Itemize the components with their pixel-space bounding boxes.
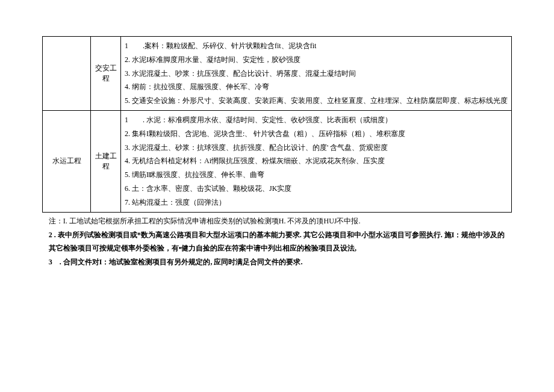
note-2: 2 . 表中所列试验检测项目或*数为高速公路项目和大型水运项口的基本能力要求. … xyxy=(42,229,512,255)
item-line: 4. 无机结合料植定材料：Ai惘限抗压强度、粉煤灰细嵌、水泥或花灰剂杂、压实度 xyxy=(125,154,508,168)
item-line: 7. 站构混凝土：强度（回弹法） xyxy=(125,196,508,210)
table-row: 交安工程 1 .案料：颗粒级配、乐碎仪、针片状颗粒含fit、泥块含fit 2. … xyxy=(43,37,512,111)
item-line: 3. 水泥混凝土、砂浆：抗球强度、抗折强度、配合比设计、的度' 含气盘、货观密度 xyxy=(125,141,508,155)
cell-text: 水运工程 xyxy=(43,154,90,169)
item-line: 4. 纲前：抗拉强度、屈服强度、伸长军、冷弯 xyxy=(125,80,508,94)
cell-text xyxy=(43,71,90,76)
item-line: 5. 绸筋I眯服强度、抗拉强度、伸长率、曲弯 xyxy=(125,168,508,182)
cell-text: 交安工程 xyxy=(91,61,120,86)
note-1: 注：I. 工地试始宅根据所承担工程的实际情况申请相应类别的试验检测项H. 不涔及… xyxy=(42,215,512,228)
cell-subcategory-1: 交安工程 xyxy=(91,37,121,111)
cell-items-1: 1 .案料：颗粒级配、乐碎仪、针片状颗粒含fit、泥块含fit 2. 水泥I标准… xyxy=(121,37,512,111)
cell-items-2: 1 . 水泥：标准稠度用水依、凝结时间、安定性、收砂强度、比表面积（或细度） 2… xyxy=(121,110,512,212)
note-text: 2 . 表中所列试验检测项目或*数为高速公路项目和大型水运项口的基本能力要求. … xyxy=(49,231,505,252)
item-line: 5. 交通安全设施：外形尺寸、安装高度、安装距离、安装用度、立柱竖直度、立柱埋深… xyxy=(125,94,508,108)
notes-block: 注：I. 工地试始宅根据所承担工程的实际情况申请相应类别的试验检测项H. 不涔及… xyxy=(42,215,512,269)
cell-text: 土建工程 xyxy=(91,149,120,174)
item-line: 6. 土：含水率、密度、击实试验、颗校级花、JK实度 xyxy=(125,182,508,196)
note-text: I. 工地试始宅根据所承担工程的实际情况申请相应类别的试验检测项H. 不涔及的顶… xyxy=(63,217,361,225)
note-prefix: 注： xyxy=(49,217,63,225)
item-line: 2. 集科I颗粒级阳、含泥地、泥块含里:、 针片状含盘（粗）、压碎指标（粗）、堆… xyxy=(125,127,508,141)
table-row: 水运工程 土建工程 1 . 水泥：标准稠度用水依、凝结时间、安定性、收砂强度、比… xyxy=(43,110,512,212)
item-line: 2. 水泥I标准脚度用水量、凝结时间、安定性，胶砂强度 xyxy=(125,53,508,67)
cell-subcategory-2: 土建工程 xyxy=(91,110,121,212)
note-text: 3 . 合同文件对I：地试验室检测项目有另外规定的, 应同时满足合同文件的要求. xyxy=(49,258,303,266)
item-line: 1 . 水泥：标准稠度用水依、凝结时间、安定性、收砂强度、比表面积（或细度） xyxy=(125,113,508,127)
item-line: 1 .案料：颗粒级配、乐碎仪、针片状颗粒含fit、泥块含fit xyxy=(125,39,508,53)
cell-category-2: 水运工程 xyxy=(43,110,91,212)
document-page: 交安工程 1 .案料：颗粒级配、乐碎仪、针片状颗粒含fit、泥块含fit 2. … xyxy=(0,0,554,269)
note-3: 3 . 合同文件对I：地试验室检测项目有另外规定的, 应同时满足合同文件的要求. xyxy=(42,256,512,269)
cell-category-1 xyxy=(43,37,91,111)
item-line: 3. 水泥混凝土、吵浆：抗压强度、配合比设计、坍落度、混凝土凝结时间 xyxy=(125,67,508,81)
requirements-table: 交安工程 1 .案料：颗粒级配、乐碎仪、针片状颗粒含fit、泥块含fit 2. … xyxy=(42,36,512,213)
